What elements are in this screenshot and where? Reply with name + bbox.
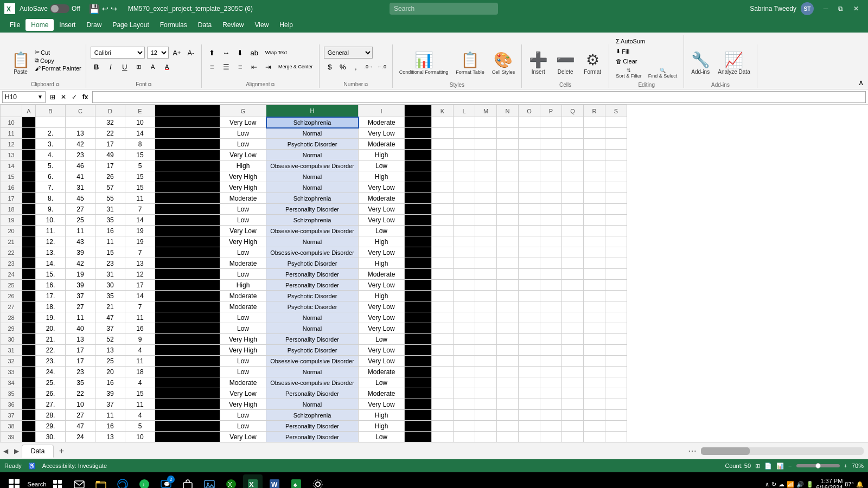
cell-empty[interactable]	[540, 117, 562, 128]
cell-g[interactable]: High	[220, 280, 266, 291]
cell-empty[interactable]	[540, 280, 562, 291]
cell-g[interactable]: Low	[220, 204, 266, 215]
cell-empty[interactable]	[540, 377, 562, 388]
cell-empty[interactable]	[432, 388, 454, 399]
cell-h[interactable]: Psychotic Disorder	[266, 139, 359, 150]
cell-c[interactable]: 37	[66, 291, 95, 301]
cell-h[interactable]: Psychotic Disorder	[266, 291, 359, 301]
insert-button[interactable]: ➕ Insert	[526, 47, 550, 79]
cell-c[interactable]: 27	[66, 204, 95, 215]
cell-g[interactable]: Low	[220, 421, 266, 432]
cell-e[interactable]: 14	[125, 128, 155, 139]
cell-empty[interactable]	[540, 236, 562, 247]
cell-empty[interactable]	[497, 269, 519, 280]
cell-empty[interactable]	[562, 117, 584, 128]
cell-e[interactable]: 15	[125, 171, 155, 182]
cell-empty[interactable]	[497, 377, 519, 388]
cell-j[interactable]	[405, 323, 432, 334]
cell-empty[interactable]	[475, 215, 497, 226]
cell-empty[interactable]	[519, 280, 540, 291]
cell-e[interactable]: 7	[125, 301, 155, 312]
cell-c[interactable]: 13	[66, 128, 95, 139]
col-header-B[interactable]: B	[36, 105, 66, 117]
tray-chevron-icon[interactable]: ∧	[765, 481, 769, 488]
cell-e[interactable]: 7	[125, 204, 155, 215]
cell-f[interactable]	[155, 247, 220, 258]
cell-j[interactable]	[405, 215, 432, 226]
cell-b[interactable]: 29.	[36, 421, 66, 432]
cell-empty[interactable]	[605, 421, 627, 432]
close-button[interactable]: ✕	[848, 3, 864, 15]
excel-taskbar-icon[interactable]: X	[243, 474, 263, 488]
cell-i[interactable]: High	[359, 410, 405, 421]
cell-empty[interactable]	[605, 139, 627, 150]
cell-empty[interactable]	[519, 399, 540, 410]
cell-h[interactable]: Normal	[266, 312, 359, 323]
cell-b[interactable]: 14.	[36, 258, 66, 269]
cell-f[interactable]	[155, 377, 220, 388]
cell-empty[interactable]	[562, 323, 584, 334]
cell-a[interactable]	[22, 150, 36, 160]
cell-d[interactable]: 16	[95, 226, 125, 236]
cell-empty[interactable]	[454, 388, 475, 399]
cell-empty[interactable]	[519, 410, 540, 421]
cell-h[interactable]: Personality Disorder	[266, 432, 359, 442]
cell-f[interactable]	[155, 160, 220, 171]
cell-empty[interactable]	[432, 421, 454, 432]
cell-empty[interactable]	[562, 182, 584, 193]
cell-empty[interactable]	[584, 269, 605, 280]
cell-d[interactable]: 47	[95, 312, 125, 323]
cell-empty[interactable]	[605, 410, 627, 421]
cell-g[interactable]: Very Low	[220, 432, 266, 442]
cell-j[interactable]	[405, 301, 432, 312]
cell-empty[interactable]	[584, 410, 605, 421]
cell-h[interactable]: Personality Disorder	[266, 334, 359, 345]
cell-empty[interactable]	[519, 117, 540, 128]
cell-b[interactable]: 7.	[36, 182, 66, 193]
cell-empty[interactable]	[540, 312, 562, 323]
cell-g[interactable]: Moderate	[220, 301, 266, 312]
menu-file[interactable]: File	[4, 19, 25, 31]
cell-empty[interactable]	[519, 128, 540, 139]
cell-empty[interactable]	[432, 150, 454, 160]
cell-empty[interactable]	[519, 182, 540, 193]
cell-j[interactable]	[405, 367, 432, 377]
cell-a[interactable]	[22, 291, 36, 301]
cut-button[interactable]: ✂ Cut	[35, 49, 81, 56]
cell-a[interactable]	[22, 367, 36, 377]
cell-empty[interactable]	[497, 367, 519, 377]
cell-empty[interactable]	[605, 258, 627, 269]
cell-empty[interactable]	[497, 182, 519, 193]
hscroll-track[interactable]	[701, 447, 864, 455]
cell-empty[interactable]	[605, 399, 627, 410]
cell-b[interactable]: 5.	[36, 160, 66, 171]
cell-d[interactable]: 16	[95, 421, 125, 432]
cell-c[interactable]: 35	[66, 377, 95, 388]
word-taskbar-icon[interactable]: W	[265, 474, 284, 488]
cell-empty[interactable]	[605, 377, 627, 388]
cell-empty[interactable]	[562, 171, 584, 182]
cell-empty[interactable]	[475, 117, 497, 128]
cell-empty[interactable]	[432, 399, 454, 410]
menu-formulas[interactable]: Formulas	[155, 19, 193, 31]
cell-f[interactable]	[155, 301, 220, 312]
cell-f[interactable]	[155, 291, 220, 301]
cell-i[interactable]: Low	[359, 226, 405, 236]
col-header-I[interactable]: I	[359, 105, 405, 117]
cell-empty[interactable]	[605, 323, 627, 334]
cell-empty[interactable]	[475, 345, 497, 356]
undo-icon[interactable]: ↩	[102, 4, 108, 13]
cell-b[interactable]: 2.	[36, 128, 66, 139]
cell-empty[interactable]	[540, 171, 562, 182]
confirm-formula-button[interactable]: ✓	[69, 92, 79, 102]
cell-empty[interactable]	[475, 356, 497, 367]
cell-empty[interactable]	[454, 421, 475, 432]
cell-e[interactable]: 8	[125, 139, 155, 150]
music-taskbar-icon[interactable]: ♪	[135, 474, 154, 488]
cell-c[interactable]: 19	[66, 269, 95, 280]
cell-f[interactable]	[155, 182, 220, 193]
currency-button[interactable]: $	[324, 61, 336, 73]
cell-empty[interactable]	[454, 312, 475, 323]
cell-a[interactable]	[22, 128, 36, 139]
cell-c[interactable]: 39	[66, 280, 95, 291]
